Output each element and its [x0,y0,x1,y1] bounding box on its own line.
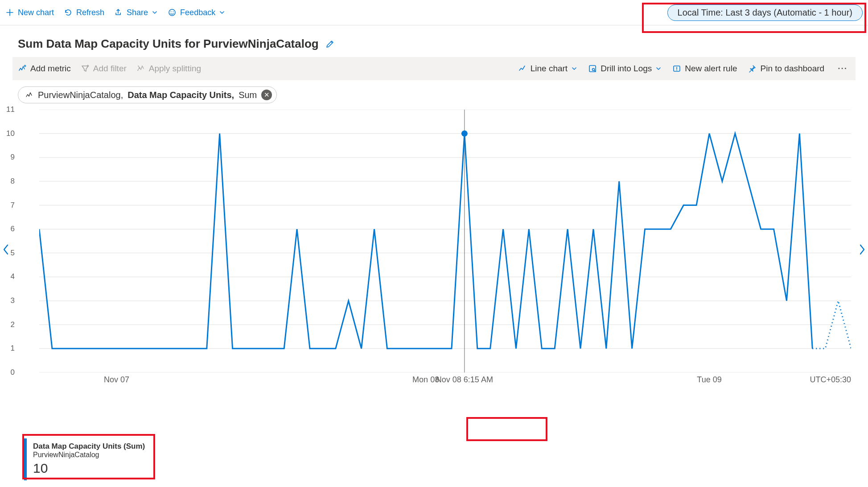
refresh-label: Refresh [76,8,104,17]
new-chart-button[interactable]: New chart [5,8,54,17]
chart-title-row: Sum Data Map Capacity Units for PurviewN… [0,25,868,57]
time-range-pill[interactable]: Local Time: Last 3 days (Automatic - 1 h… [667,4,863,21]
new-chart-label: New chart [18,8,54,17]
add-filter-button: Add filter [81,64,127,74]
refresh-button[interactable]: Refresh [64,8,104,17]
new-alert-button[interactable]: New alert rule [672,64,737,74]
remove-metric-button[interactable]: ✕ [261,90,272,100]
hover-time-label: Nov 08 6:15 AM [433,375,496,385]
annotation-highlight [466,417,547,441]
split-icon [136,64,145,73]
add-metric-icon [18,64,27,73]
refresh-icon [64,8,73,17]
metric-icon [25,91,33,99]
pin-icon [748,64,757,73]
apply-splitting-label: Apply splitting [149,64,201,74]
chart-type-label: Line chart [531,64,568,74]
x-tick-label: Mon 08 [412,375,439,385]
metric-pill-metric: Data Map Capacity Units, [128,90,234,100]
x-tick-label: Nov 07 [104,375,129,385]
legend-value: 10 [33,461,154,476]
metric-pill[interactable]: PurviewNinjaCatalog, Data Map Capacity U… [18,86,277,103]
chart-plot[interactable]: 01234567891011 [39,110,851,372]
legend-resource-name: PurviewNinjaCatalog [33,451,154,459]
filter-icon [81,64,90,73]
x-tick-label: Tue 09 [697,375,721,385]
pan-right-button[interactable] [856,243,868,256]
pin-dashboard-label: Pin to dashboard [760,64,824,74]
chart-toolbar: Add metric Add filter Apply splitting Li… [12,57,856,80]
chart-area: 01234567891011 UTC+05:30 Nov 08 6:15 AMN… [12,110,856,388]
svg-point-0 [169,9,175,16]
plus-icon [5,8,14,17]
chart-title: Sum Data Map Capacity Units for PurviewN… [18,37,319,51]
add-metric-button[interactable]: Add metric [18,64,71,74]
legend-metric-name: Data Map Capacity Units (Sum) [33,442,154,451]
drill-logs-label: Drill into Logs [601,64,652,74]
logs-icon [588,64,597,73]
new-alert-label: New alert rule [685,64,737,74]
x-axis: UTC+05:30 Nov 08 6:15 AMNov 07Mon 08Tue … [39,372,851,388]
legend-card[interactable]: Data Map Capacity Units (Sum) PurviewNin… [24,438,160,480]
chevron-down-icon [571,65,577,72]
feedback-label: Feedback [180,8,215,17]
share-button[interactable]: Share [114,8,158,17]
feedback-button[interactable]: Feedback [168,8,225,17]
edit-icon[interactable] [325,39,335,49]
chart-type-button[interactable]: Line chart [518,64,577,74]
chevron-down-icon [219,9,225,16]
more-button[interactable]: ··· [835,64,850,74]
smiley-icon [168,8,177,17]
drill-logs-button[interactable]: Drill into Logs [588,64,662,74]
chart-svg [39,110,851,372]
alert-icon [672,64,681,73]
timezone-label: UTC+05:30 [810,375,851,385]
add-filter-label: Add filter [93,64,127,74]
apply-splitting-button: Apply splitting [136,64,201,74]
line-chart-icon [518,64,527,73]
chevron-down-icon [152,9,158,16]
add-metric-label: Add metric [30,64,71,74]
svg-point-1 [171,12,172,12]
pin-dashboard-button[interactable]: Pin to dashboard [748,64,824,74]
metric-pill-resource: PurviewNinjaCatalog, [38,90,123,100]
svg-point-19 [461,131,468,137]
metric-pill-agg: Sum [239,90,257,100]
share-label: Share [127,8,148,17]
svg-point-2 [173,12,174,12]
command-bar: New chart Refresh Share Feedback Local T… [0,0,868,25]
share-icon [114,8,123,17]
chevron-down-icon [655,65,662,72]
